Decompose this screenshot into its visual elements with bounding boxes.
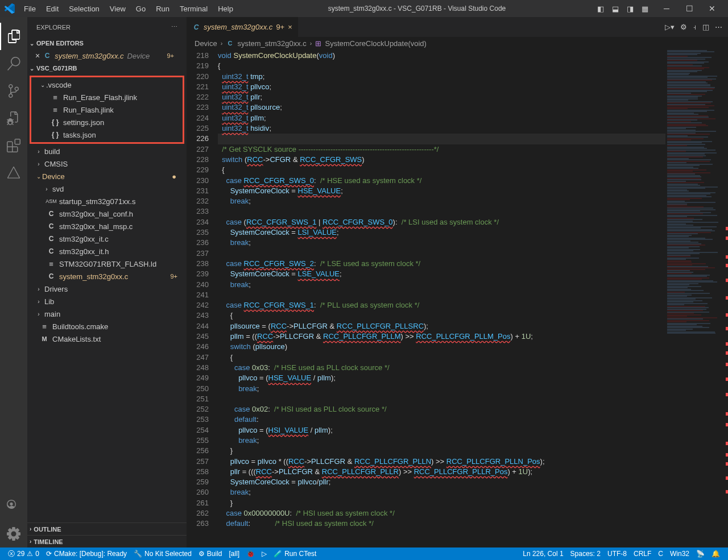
folder-main[interactable]: ›main bbox=[27, 308, 187, 320]
editor-actions: ▷▾ ⚙ ⫞ ◫ ⋯ bbox=[665, 23, 728, 31]
status-eol[interactable]: CRLF bbox=[630, 550, 655, 558]
status-os[interactable]: Win32 bbox=[667, 550, 693, 558]
settings-icon[interactable]: ⚙ bbox=[680, 23, 687, 31]
toggle-primary-sidebar-icon[interactable]: ◧ bbox=[596, 4, 605, 13]
folder-device[interactable]: ⌄Device● bbox=[27, 170, 187, 182]
file-item[interactable]: MCMakeLists.txt bbox=[27, 333, 187, 345]
file-item[interactable]: Cstm32g0xx_it.c bbox=[27, 233, 187, 245]
file-label: stm32g0xx_hal_conf.h bbox=[59, 210, 133, 218]
status-kit[interactable]: 🔧No Kit Selected bbox=[130, 550, 195, 558]
toggle-panel-icon[interactable]: ⬓ bbox=[611, 4, 620, 13]
accounts-icon[interactable] bbox=[0, 493, 27, 520]
status-build[interactable]: ⚙Build bbox=[195, 550, 226, 558]
outline-header[interactable]: ›OUTLINE bbox=[27, 522, 187, 535]
file-label: stm32g0xx_it.h bbox=[59, 247, 109, 256]
minimize-button[interactable]: ─ bbox=[655, 4, 678, 13]
file-item-active[interactable]: Csystem_stm32g0xx.c9+ bbox=[27, 270, 187, 283]
folder-drivers[interactable]: ›Drivers bbox=[27, 283, 187, 295]
folder-label: svd bbox=[52, 185, 64, 193]
folder-cmsis[interactable]: ›CMSIS bbox=[27, 157, 187, 170]
status-cmake[interactable]: ⟳CMake: [Debug]: Ready bbox=[43, 550, 130, 558]
warning-count: 0 bbox=[35, 550, 39, 558]
status-launch[interactable]: ▷ bbox=[258, 550, 270, 558]
file-label: stm32g0xx_hal_msp.c bbox=[59, 222, 133, 231]
close-button[interactable]: ✕ bbox=[701, 4, 723, 13]
status-lang[interactable]: C bbox=[655, 550, 667, 558]
settings-gear-icon[interactable] bbox=[0, 520, 27, 547]
toggle-secondary-sidebar-icon[interactable]: ◨ bbox=[626, 4, 635, 13]
file-item[interactable]: ≡Run_Flash.jlink bbox=[31, 103, 183, 116]
c-file-icon: C bbox=[47, 235, 56, 243]
menu-terminal[interactable]: Terminal bbox=[175, 2, 212, 15]
customize-layout-icon[interactable]: ▦ bbox=[640, 4, 650, 13]
menu-selection[interactable]: Selection bbox=[64, 2, 104, 15]
minimap[interactable] bbox=[665, 49, 728, 547]
folder-build[interactable]: ›build bbox=[27, 145, 187, 157]
menu-file[interactable]: File bbox=[19, 2, 40, 15]
split-editor-icon[interactable]: ◫ bbox=[702, 23, 709, 31]
c-file-icon: C bbox=[47, 210, 56, 218]
file-icon: ≡ bbox=[47, 260, 56, 268]
editor-tab[interactable]: C system_stm32g0xx.c 9+ × bbox=[187, 17, 298, 37]
folder-svd[interactable]: ›svd bbox=[27, 182, 187, 195]
code-content[interactable]: void SystemCoreClockUpdate(void){ uint32… bbox=[218, 49, 665, 547]
bell-icon[interactable]: 🔔 bbox=[708, 550, 723, 558]
menu-view[interactable]: View bbox=[105, 2, 130, 15]
menu-go[interactable]: Go bbox=[131, 2, 150, 15]
file-item[interactable]: { }settings.json bbox=[31, 116, 183, 128]
status-target[interactable]: [all] bbox=[226, 550, 243, 558]
breadcrumb[interactable]: Device› Csystem_stm32g0xx.c› ⊞SystemCore… bbox=[187, 37, 728, 49]
status-spaces[interactable]: Spaces: 2 bbox=[567, 550, 604, 558]
menu-help[interactable]: Help bbox=[213, 2, 238, 15]
error-icon: ⓧ bbox=[8, 549, 15, 559]
breadcrumb-item[interactable]: SystemCoreClockUpdate(void) bbox=[325, 39, 426, 48]
titlebar: File Edit Selection View Go Run Terminal… bbox=[0, 0, 728, 17]
workspace-header[interactable]: ⌄VSC_G071RB bbox=[27, 62, 187, 74]
feedback-icon[interactable]: 📡 bbox=[693, 550, 708, 558]
file-item[interactable]: ASMstartup_stm32g071xx.s bbox=[27, 195, 187, 208]
menu-edit[interactable]: Edit bbox=[42, 2, 63, 15]
timeline-header[interactable]: ›TIMELINE bbox=[27, 535, 187, 547]
close-icon[interactable]: × bbox=[35, 51, 40, 60]
folder-label: Drivers bbox=[44, 285, 68, 293]
editor-body[interactable]: 2182192202212222232242252262272282292302… bbox=[187, 49, 728, 547]
file-item[interactable]: Cstm32g0xx_it.h bbox=[27, 245, 187, 258]
json-icon: { } bbox=[51, 118, 60, 126]
extensions-icon[interactable] bbox=[0, 132, 27, 159]
breadcrumb-item[interactable]: system_stm32g0xx.c bbox=[237, 39, 306, 48]
status-position[interactable]: Ln 226, Col 1 bbox=[519, 550, 566, 558]
c-file-icon: C bbox=[47, 247, 56, 255]
run-debug-icon[interactable] bbox=[0, 105, 27, 132]
folder-vscode[interactable]: ⌄.vscode bbox=[31, 78, 183, 91]
folder-label: build bbox=[44, 147, 60, 156]
tab-close-icon[interactable]: × bbox=[288, 23, 292, 31]
open-editor-item[interactable]: × C system_stm32g0xx.c Device 9+ bbox=[27, 49, 187, 62]
menu-run[interactable]: Run bbox=[151, 2, 174, 15]
file-item[interactable]: { }tasks.json bbox=[31, 128, 183, 141]
source-control-icon[interactable] bbox=[0, 77, 27, 105]
file-item[interactable]: ≡Run_Erase_Flash.jlink bbox=[31, 91, 183, 103]
error-count: 29 bbox=[17, 550, 24, 558]
more-icon[interactable]: ⋯ bbox=[715, 23, 722, 31]
file-item[interactable]: ≡Buildtools.cmake bbox=[27, 320, 187, 333]
status-ctest[interactable]: 🧪Run CTest bbox=[270, 550, 320, 558]
status-errors[interactable]: ⓧ29⚠0 bbox=[5, 549, 43, 559]
status-encoding[interactable]: UTF-8 bbox=[604, 550, 630, 558]
folder-lib[interactable]: ›Lib bbox=[27, 295, 187, 308]
split-icon[interactable]: ⫞ bbox=[693, 23, 697, 31]
breadcrumb-item[interactable]: Device bbox=[195, 39, 217, 48]
status-debug[interactable]: 🐞 bbox=[243, 550, 258, 558]
open-editors-header[interactable]: ⌄OPEN EDITORS bbox=[27, 37, 187, 49]
bug-icon: 🐞 bbox=[246, 550, 255, 558]
file-item[interactable]: Cstm32g0xx_hal_msp.c bbox=[27, 220, 187, 233]
explorer-icon[interactable] bbox=[0, 23, 27, 50]
maximize-button[interactable]: ☐ bbox=[678, 4, 701, 13]
asm-icon: ASM bbox=[47, 198, 56, 204]
run-debug-dropdown-icon[interactable]: ▷▾ bbox=[665, 23, 675, 31]
cmake-icon[interactable] bbox=[0, 159, 27, 186]
search-icon[interactable] bbox=[0, 50, 27, 77]
file-item[interactable]: ≡STM32G071RBTX_FLASH.ld bbox=[27, 258, 187, 270]
more-actions-icon[interactable]: ⋯ bbox=[171, 23, 177, 31]
file-item[interactable]: Cstm32g0xx_hal_conf.h bbox=[27, 208, 187, 220]
window-controls: ─ ☐ ✕ bbox=[655, 4, 723, 13]
